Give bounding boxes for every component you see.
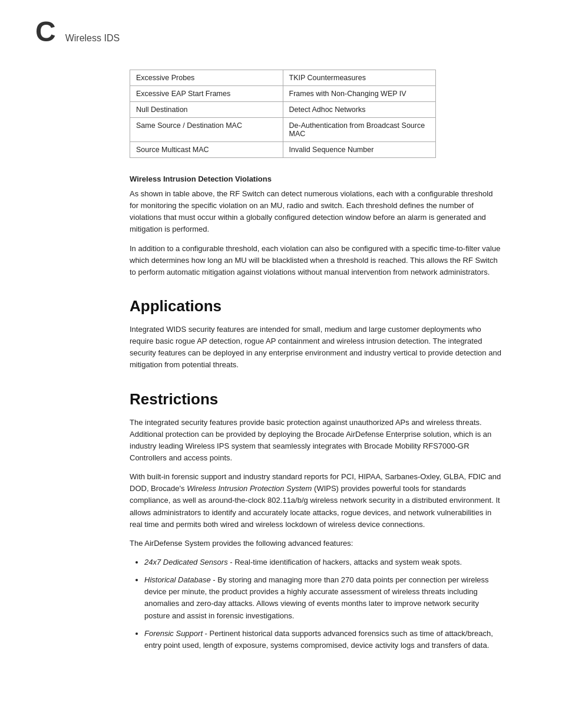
page-header: C Wireless IDS — [35, 18, 527, 46]
table-cell-right: Invalid Sequence Number — [283, 142, 436, 158]
table-cell-left: Null Destination — [130, 102, 283, 118]
list-item: Forensic Support - Pertinent historical … — [144, 628, 503, 651]
table-row: Source Multicast MACInvalid Sequence Num… — [130, 142, 436, 158]
table-row: Same Source / Destination MACDe-Authenti… — [130, 118, 436, 142]
restrictions-paragraph1: The integrated security features provide… — [130, 417, 503, 465]
chapter-title: Wireless IDS — [65, 33, 120, 44]
table-cell-right: TKIP Countermeasures — [283, 70, 436, 86]
table-cell-left: Source Multicast MAC — [130, 142, 283, 158]
wids-paragraph1: As shown in table above, the RF Switch c… — [130, 188, 503, 236]
list-item: Historical Database - By storing and man… — [144, 574, 503, 622]
restrictions-paragraph3: The AirDefense System provides the follo… — [130, 538, 503, 549]
restrictions-bullet-list: 24x7 Dedicated Sensors - Real-time ident… — [144, 556, 503, 651]
restrictions-heading: Restrictions — [130, 390, 527, 409]
wids-paragraph2: In addition to a configurable threshold,… — [130, 243, 503, 278]
violations-table: Excessive ProbesTKIP CountermeasuresExce… — [130, 70, 436, 158]
table-cell-right: Frames with Non-Changing WEP IV — [283, 86, 436, 102]
chapter-letter: C — [35, 18, 56, 46]
violations-table-container: Excessive ProbesTKIP CountermeasuresExce… — [130, 70, 527, 158]
applications-paragraph: Integrated WIDS security features are in… — [130, 324, 503, 371]
table-cell-right: Detect Adhoc Networks — [283, 102, 436, 118]
table-row: Null DestinationDetect Adhoc Networks — [130, 102, 436, 118]
applications-heading: Applications — [130, 297, 527, 315]
wids-subsection-title: Wireless Intrusion Detection Violations — [130, 174, 527, 183]
table-row: Excessive EAP Start FramesFrames with No… — [130, 86, 436, 102]
table-cell-left: Excessive Probes — [130, 70, 283, 86]
table-cell-right: De-Authentication from Broadcast Source … — [283, 118, 436, 142]
table-row: Excessive ProbesTKIP Countermeasures — [130, 70, 436, 86]
table-cell-left: Excessive EAP Start Frames — [130, 86, 283, 102]
list-item: 24x7 Dedicated Sensors - Real-time ident… — [144, 556, 503, 568]
table-cell-left: Same Source / Destination MAC — [130, 118, 283, 142]
restrictions-paragraph2: With built-in forensic support and indus… — [130, 471, 503, 531]
